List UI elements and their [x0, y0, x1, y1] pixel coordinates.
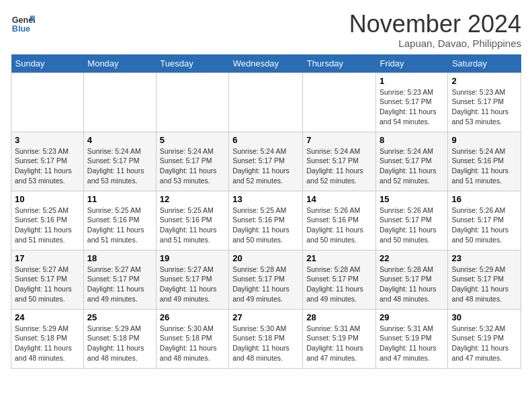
day-info: Sunrise: 5:30 AM Sunset: 5:18 PM Dayligh… — [232, 324, 299, 363]
calendar-cell: 6Sunrise: 5:24 AM Sunset: 5:17 PM Daylig… — [229, 132, 303, 191]
calendar-cell: 15Sunrise: 5:26 AM Sunset: 5:17 PM Dayli… — [375, 191, 447, 250]
day-info: Sunrise: 5:23 AM Sunset: 5:17 PM Dayligh… — [380, 87, 444, 127]
calendar-cell: 8Sunrise: 5:24 AM Sunset: 5:17 PM Daylig… — [375, 132, 447, 191]
calendar-cell — [83, 73, 156, 132]
calendar-cell: 22Sunrise: 5:28 AM Sunset: 5:17 PM Dayli… — [375, 250, 447, 309]
day-number: 7 — [306, 135, 372, 145]
day-number: 8 — [380, 135, 444, 145]
weekday-header-friday: Friday — [375, 54, 447, 73]
calendar-cell: 16Sunrise: 5:26 AM Sunset: 5:17 PM Dayli… — [448, 191, 521, 250]
calendar-cell: 26Sunrise: 5:30 AM Sunset: 5:18 PM Dayli… — [156, 309, 228, 368]
day-number: 10 — [15, 194, 80, 204]
calendar-cell: 25Sunrise: 5:29 AM Sunset: 5:18 PM Dayli… — [83, 309, 156, 368]
calendar-cell: 12Sunrise: 5:25 AM Sunset: 5:16 PM Dayli… — [156, 191, 228, 250]
day-info: Sunrise: 5:24 AM Sunset: 5:16 PM Dayligh… — [451, 146, 517, 186]
day-info: Sunrise: 5:23 AM Sunset: 5:17 PM Dayligh… — [451, 87, 517, 127]
day-number: 27 — [232, 312, 299, 322]
weekday-header-thursday: Thursday — [303, 54, 376, 73]
weekday-header-monday: Monday — [83, 54, 156, 73]
calendar-cell: 24Sunrise: 5:29 AM Sunset: 5:18 PM Dayli… — [11, 309, 84, 368]
day-number: 24 — [15, 312, 80, 322]
day-number: 9 — [451, 135, 517, 145]
weekday-header-sunday: Sunday — [11, 54, 84, 73]
day-info: Sunrise: 5:28 AM Sunset: 5:17 PM Dayligh… — [380, 265, 444, 304]
day-info: Sunrise: 5:29 AM Sunset: 5:18 PM Dayligh… — [87, 324, 152, 363]
day-info: Sunrise: 5:24 AM Sunset: 5:17 PM Dayligh… — [160, 146, 225, 186]
day-info: Sunrise: 5:27 AM Sunset: 5:17 PM Dayligh… — [160, 265, 225, 304]
day-info: Sunrise: 5:27 AM Sunset: 5:17 PM Dayligh… — [87, 265, 152, 304]
weekday-header-wednesday: Wednesday — [229, 54, 303, 73]
week-row-5: 24Sunrise: 5:29 AM Sunset: 5:18 PM Dayli… — [11, 309, 521, 368]
day-number: 16 — [451, 194, 517, 204]
day-number: 21 — [306, 253, 372, 263]
day-info: Sunrise: 5:26 AM Sunset: 5:17 PM Dayligh… — [380, 205, 444, 245]
day-number: 30 — [451, 312, 517, 322]
day-number: 2 — [451, 76, 517, 86]
day-info: Sunrise: 5:31 AM Sunset: 5:19 PM Dayligh… — [306, 324, 372, 363]
day-number: 20 — [232, 253, 299, 263]
calendar-cell: 4Sunrise: 5:24 AM Sunset: 5:17 PM Daylig… — [83, 132, 156, 191]
page-header: General Blue November 2024 Lapuan, Davao… — [11, 11, 521, 49]
day-number: 1 — [380, 76, 444, 86]
day-info: Sunrise: 5:27 AM Sunset: 5:17 PM Dayligh… — [15, 265, 80, 304]
calendar-cell: 17Sunrise: 5:27 AM Sunset: 5:17 PM Dayli… — [11, 250, 84, 309]
calendar-cell: 28Sunrise: 5:31 AM Sunset: 5:19 PM Dayli… — [303, 309, 376, 368]
logo: General Blue — [11, 11, 35, 35]
svg-text:Blue: Blue — [12, 24, 30, 34]
day-number: 22 — [380, 253, 444, 263]
calendar-cell: 29Sunrise: 5:31 AM Sunset: 5:19 PM Dayli… — [375, 309, 447, 368]
logo-icon: General Blue — [11, 11, 35, 35]
day-info: Sunrise: 5:31 AM Sunset: 5:19 PM Dayligh… — [380, 324, 444, 363]
calendar-cell: 7Sunrise: 5:24 AM Sunset: 5:17 PM Daylig… — [303, 132, 376, 191]
day-info: Sunrise: 5:26 AM Sunset: 5:16 PM Dayligh… — [306, 205, 372, 245]
day-info: Sunrise: 5:32 AM Sunset: 5:19 PM Dayligh… — [451, 324, 517, 363]
day-info: Sunrise: 5:24 AM Sunset: 5:17 PM Dayligh… — [380, 146, 444, 186]
week-row-1: 1Sunrise: 5:23 AM Sunset: 5:17 PM Daylig… — [11, 73, 521, 132]
calendar-cell: 9Sunrise: 5:24 AM Sunset: 5:16 PM Daylig… — [448, 132, 521, 191]
day-info: Sunrise: 5:28 AM Sunset: 5:17 PM Dayligh… — [232, 265, 299, 304]
calendar-cell: 18Sunrise: 5:27 AM Sunset: 5:17 PM Dayli… — [83, 250, 156, 309]
calendar-cell: 13Sunrise: 5:25 AM Sunset: 5:16 PM Dayli… — [229, 191, 303, 250]
week-row-3: 10Sunrise: 5:25 AM Sunset: 5:16 PM Dayli… — [11, 191, 521, 250]
calendar-table: SundayMondayTuesdayWednesdayThursdayFrid… — [11, 54, 521, 369]
day-info: Sunrise: 5:25 AM Sunset: 5:16 PM Dayligh… — [160, 205, 225, 245]
day-number: 19 — [160, 253, 225, 263]
location: Lapuan, Davao, Philippines — [349, 38, 521, 49]
weekday-header-row: SundayMondayTuesdayWednesdayThursdayFrid… — [11, 54, 521, 73]
day-number: 4 — [87, 135, 152, 145]
calendar-cell — [303, 73, 376, 132]
day-info: Sunrise: 5:29 AM Sunset: 5:18 PM Dayligh… — [15, 324, 80, 363]
weekday-header-tuesday: Tuesday — [156, 54, 228, 73]
calendar-cell: 11Sunrise: 5:25 AM Sunset: 5:16 PM Dayli… — [83, 191, 156, 250]
calendar-cell — [11, 73, 84, 132]
day-info: Sunrise: 5:24 AM Sunset: 5:17 PM Dayligh… — [306, 146, 372, 186]
weekday-header-saturday: Saturday — [448, 54, 521, 73]
calendar-cell: 27Sunrise: 5:30 AM Sunset: 5:18 PM Dayli… — [229, 309, 303, 368]
day-info: Sunrise: 5:25 AM Sunset: 5:16 PM Dayligh… — [87, 205, 152, 245]
calendar-cell: 14Sunrise: 5:26 AM Sunset: 5:16 PM Dayli… — [303, 191, 376, 250]
week-row-4: 17Sunrise: 5:27 AM Sunset: 5:17 PM Dayli… — [11, 250, 521, 309]
calendar-cell: 10Sunrise: 5:25 AM Sunset: 5:16 PM Dayli… — [11, 191, 84, 250]
day-number: 5 — [160, 135, 225, 145]
day-number: 25 — [87, 312, 152, 322]
day-info: Sunrise: 5:26 AM Sunset: 5:17 PM Dayligh… — [451, 205, 517, 245]
calendar-cell — [156, 73, 228, 132]
week-row-2: 3Sunrise: 5:23 AM Sunset: 5:17 PM Daylig… — [11, 132, 521, 191]
calendar-cell: 5Sunrise: 5:24 AM Sunset: 5:17 PM Daylig… — [156, 132, 228, 191]
calendar-cell — [229, 73, 303, 132]
day-info: Sunrise: 5:24 AM Sunset: 5:17 PM Dayligh… — [232, 146, 299, 186]
day-number: 6 — [232, 135, 299, 145]
day-number: 3 — [15, 135, 80, 145]
calendar-cell: 2Sunrise: 5:23 AM Sunset: 5:17 PM Daylig… — [448, 73, 521, 132]
calendar-cell: 21Sunrise: 5:28 AM Sunset: 5:17 PM Dayli… — [303, 250, 376, 309]
day-number: 26 — [160, 312, 225, 322]
day-number: 14 — [306, 194, 372, 204]
day-number: 13 — [232, 194, 299, 204]
day-info: Sunrise: 5:25 AM Sunset: 5:16 PM Dayligh… — [15, 205, 80, 245]
calendar-cell: 30Sunrise: 5:32 AM Sunset: 5:19 PM Dayli… — [448, 309, 521, 368]
day-info: Sunrise: 5:23 AM Sunset: 5:17 PM Dayligh… — [15, 146, 80, 186]
day-info: Sunrise: 5:24 AM Sunset: 5:17 PM Dayligh… — [87, 146, 152, 186]
day-info: Sunrise: 5:28 AM Sunset: 5:17 PM Dayligh… — [306, 265, 372, 304]
month-title: November 2024 — [349, 11, 521, 38]
calendar-cell: 19Sunrise: 5:27 AM Sunset: 5:17 PM Dayli… — [156, 250, 228, 309]
